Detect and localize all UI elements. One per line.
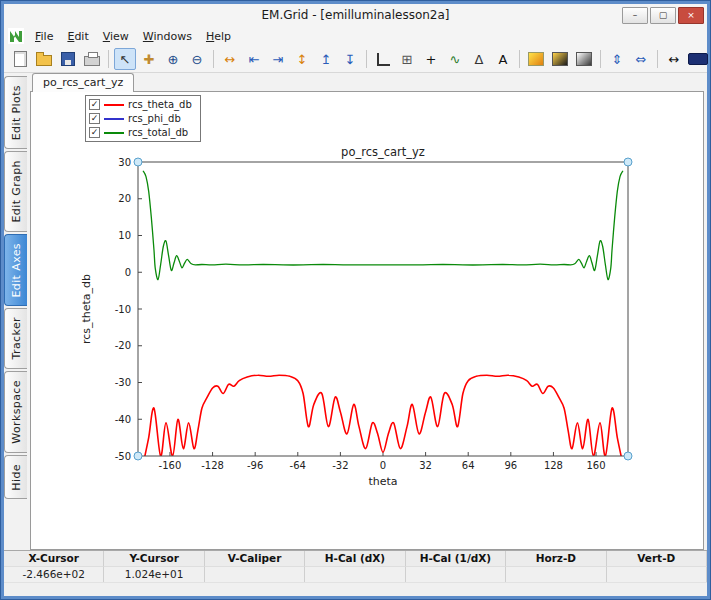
status-header-vert-d: Vert-D xyxy=(607,551,707,567)
status-value-y-cursor: 1.024e+01 xyxy=(104,567,204,582)
y-tick-label: -30 xyxy=(115,377,131,388)
pan-hand-icon[interactable]: ✚ xyxy=(138,48,160,70)
legend-checkbox[interactable]: ✓ xyxy=(89,127,100,138)
selection-handle[interactable] xyxy=(134,452,142,460)
new-document-icon xyxy=(14,51,27,67)
scroll-down-icon[interactable]: ↧ xyxy=(339,48,361,70)
span-marker-icon[interactable]: ↔ xyxy=(663,48,685,70)
scroll-up-icon[interactable]: ↥ xyxy=(315,48,337,70)
zoom-in-icon[interactable]: ⊕ xyxy=(162,48,184,70)
selection-handle[interactable] xyxy=(624,452,632,460)
sidebar-tab-hide[interactable]: Hide xyxy=(4,455,27,500)
chart-title: po_rcs_cart_yz xyxy=(341,145,425,159)
sidebar-tab-label: Hide xyxy=(10,464,23,491)
legend-label: rcs_total_db xyxy=(128,127,188,138)
status-header-horz-d: Horz-D xyxy=(506,551,606,567)
colormap-gray-icon[interactable] xyxy=(573,48,595,70)
menu-file[interactable]: File xyxy=(28,28,60,45)
sidebar-tab-label: Tracker xyxy=(10,317,23,359)
print-icon[interactable] xyxy=(81,48,103,70)
sidebar-tab-edit-plots[interactable]: Edit Plots xyxy=(4,76,27,149)
plot-canvas[interactable]: ✓rcs_theta_db✓rcs_phi_db✓rcs_total_db po… xyxy=(30,91,704,550)
toolbar-separator xyxy=(213,50,214,68)
x-tick-label: -128 xyxy=(201,460,224,471)
new-document-icon[interactable] xyxy=(9,48,31,70)
zoom-out-icon[interactable]: ⊖ xyxy=(186,48,208,70)
sidebar-tabs: Edit PlotsEdit GraphEdit AxesTrackerWork… xyxy=(4,73,30,550)
resize-strip xyxy=(4,582,707,596)
chart: po_rcs_cart_yz theta rcs_theta_db -160-1… xyxy=(68,144,648,494)
expand-height-icon[interactable]: ↕ xyxy=(291,48,313,70)
toolbar-separator xyxy=(519,50,520,68)
graph-axes-icon xyxy=(377,53,390,66)
menu-edit[interactable]: Edit xyxy=(60,28,95,45)
workspace: Edit PlotsEdit GraphEdit AxesTrackerWork… xyxy=(4,73,707,550)
line-style-icon[interactable] xyxy=(687,48,709,70)
select-cursor-icon[interactable]: ↖ xyxy=(114,48,136,70)
status-value-horz-d xyxy=(506,567,606,582)
status-value-h-cal-1-dx xyxy=(406,567,506,582)
x-tick-label: 0 xyxy=(380,460,386,471)
add-cursor-icon[interactable]: + xyxy=(420,48,442,70)
toolbar: ↖✚⊕⊖↔⇤⇥↕↥↧⊞+∿ΔA⇕⇔↔Layout ▾ xyxy=(4,46,707,73)
x-tick-label: 96 xyxy=(504,460,517,471)
legend-checkbox[interactable]: ✓ xyxy=(89,113,100,124)
menu-bar: FileEditViewWindowsHelp xyxy=(4,26,707,46)
graph-axes-icon[interactable] xyxy=(372,48,394,70)
menu-help[interactable]: Help xyxy=(199,28,238,45)
scroll-right-icon[interactable]: ⇥ xyxy=(267,48,289,70)
expand-width-icon[interactable]: ↔ xyxy=(219,48,241,70)
app-logo-icon[interactable] xyxy=(8,28,24,44)
status-header-h-cal-1-dx: H-Cal (1/dX) xyxy=(406,551,506,567)
x-tick-label: -96 xyxy=(247,460,263,471)
sidebar-tab-tracker[interactable]: Tracker xyxy=(4,308,27,368)
legend-item: ✓rcs_theta_db xyxy=(89,98,192,111)
y-axis-label: rcs_theta_db xyxy=(80,274,93,344)
close-button[interactable]: × xyxy=(678,7,704,24)
save-icon[interactable] xyxy=(57,48,79,70)
menu-items: FileEditViewWindowsHelp xyxy=(28,28,238,45)
delta-marker-icon[interactable]: Δ xyxy=(468,48,490,70)
colormap-dark-icon xyxy=(552,52,568,66)
toggle-vertical-icon[interactable]: ⇕ xyxy=(606,48,628,70)
legend-line-sample xyxy=(104,132,124,134)
sidebar-tab-workspace[interactable]: Workspace xyxy=(4,371,27,453)
y-tick-label: 0 xyxy=(125,267,131,278)
x-tick-label: 128 xyxy=(544,460,563,471)
title-bar: EM.Grid - [emilluminalesson2a] – ▢ × xyxy=(4,4,707,26)
legend-checkbox[interactable]: ✓ xyxy=(89,99,100,110)
y-tick-label: 30 xyxy=(118,157,131,168)
maximize-button[interactable]: ▢ xyxy=(650,7,676,24)
menu-view[interactable]: View xyxy=(96,28,136,45)
data-table-icon[interactable]: ⊞ xyxy=(396,48,418,70)
scroll-left-icon[interactable]: ⇤ xyxy=(243,48,265,70)
y-tick-label: -20 xyxy=(115,340,131,351)
open-folder-icon[interactable] xyxy=(33,48,55,70)
y-tick-label: 10 xyxy=(118,230,131,241)
text-annotation-icon[interactable]: A xyxy=(492,48,514,70)
legend-item: ✓rcs_phi_db xyxy=(89,112,192,125)
document-tab[interactable]: po_rcs_cart_yz xyxy=(32,73,134,92)
legend-label: rcs_theta_db xyxy=(128,99,192,110)
menu-windows[interactable]: Windows xyxy=(136,28,199,45)
sidebar-tab-edit-axes[interactable]: Edit Axes xyxy=(4,234,27,307)
legend-line-sample xyxy=(104,104,124,106)
content-area: po_rcs_cart_yz ✓rcs_theta_db✓rcs_phi_db✓… xyxy=(30,73,707,550)
colormap-dark-icon[interactable] xyxy=(549,48,571,70)
toggle-horizontal-icon[interactable]: ⇔ xyxy=(630,48,652,70)
plot-area[interactable] xyxy=(138,162,628,456)
curve-tool-icon[interactable]: ∿ xyxy=(444,48,466,70)
selection-handle[interactable] xyxy=(624,158,632,166)
legend-line-sample xyxy=(104,118,124,120)
sidebar-tab-edit-graph[interactable]: Edit Graph xyxy=(4,151,27,232)
window-title: EM.Grid - [emilluminalesson2a] xyxy=(4,8,707,22)
legend-box: ✓rcs_theta_db✓rcs_phi_db✓rcs_total_db xyxy=(85,95,201,142)
status-value-h-cal-dx xyxy=(305,567,405,582)
y-tick-label: -50 xyxy=(115,451,131,462)
minimize-button[interactable]: – xyxy=(622,7,648,24)
x-tick-label: -32 xyxy=(332,460,348,471)
colormap-orange-icon[interactable] xyxy=(525,48,547,70)
selection-handle[interactable] xyxy=(134,158,142,166)
legend-label: rcs_phi_db xyxy=(128,113,181,124)
sidebar-tab-label: Workspace xyxy=(10,380,23,444)
